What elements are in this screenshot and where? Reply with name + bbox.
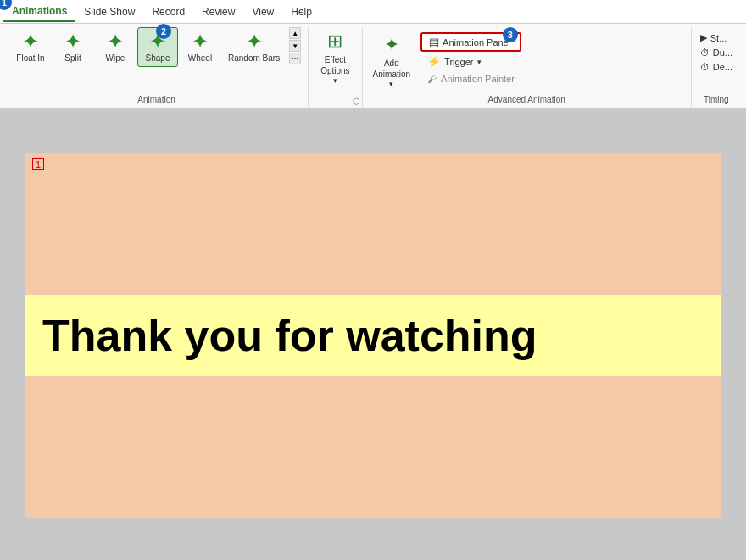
- delay-icon: ⏱: [700, 62, 710, 72]
- wipe-button[interactable]: ✦ Wipe: [95, 27, 136, 67]
- timing-buttons: ▶ St... ⏱ Du... ⏱ De...: [695, 27, 738, 89]
- float-in-button[interactable]: ✦ Float In: [10, 27, 51, 67]
- slide-main-text: Thank you for watching: [42, 310, 704, 361]
- slide-area: 1 Thank you for watching: [0, 109, 746, 560]
- shape-btn-wrapper: 2 ✦ Shape: [137, 27, 178, 67]
- scroll-more-button[interactable]: ⋯: [289, 53, 301, 64]
- tab-help[interactable]: Help: [282, 3, 320, 21]
- wheel-button[interactable]: ✦ Wheel: [180, 27, 220, 67]
- trigger-icon: ⚡: [427, 55, 441, 68]
- ribbon-content: ✦ Float In ✦ Split ✦ Wipe 2 ✦ Shape: [0, 24, 746, 108]
- animation-group: ✦ Float In ✦ Split ✦ Wipe 2 ✦ Shape: [5, 27, 309, 108]
- effect-options-chevron: ▾: [333, 76, 337, 85]
- animation-sublabel: [334, 95, 337, 104]
- tab-slide-show[interactable]: Slide Show: [75, 3, 143, 21]
- float-in-icon: ✦: [22, 31, 39, 52]
- add-animation-chevron: ▾: [389, 80, 393, 88]
- advanced-animation-label: Advanced Animation: [488, 95, 565, 104]
- wipe-icon: ✦: [107, 31, 124, 52]
- trigger-button[interactable]: ⚡ Trigger ▾: [420, 53, 521, 69]
- badge-2: 2: [156, 24, 171, 39]
- split-button[interactable]: ✦ Split: [53, 27, 93, 67]
- timing-group: ▶ St... ⏱ Du... ⏱ De... Timing: [691, 27, 741, 108]
- random-bars-icon: ✦: [246, 31, 263, 52]
- effect-options-button[interactable]: ⊞ EffectOptions ▾: [314, 27, 356, 100]
- slide: 1 Thank you for watching: [25, 153, 721, 518]
- timing-label: Timing: [704, 95, 729, 104]
- ribbon: 1 Animations Slide Show Record Review Vi…: [0, 0, 746, 109]
- delay-button[interactable]: ⏱ De...: [695, 60, 738, 74]
- effect-options-group: ⊞ EffectOptions ▾ ⬡: [309, 27, 362, 108]
- add-animation-icon: ✦: [384, 34, 399, 56]
- start-button[interactable]: ▶ St...: [695, 30, 738, 45]
- duration-icon: ⏱: [700, 47, 710, 58]
- slide-text-box: Thank you for watching: [25, 295, 721, 376]
- wheel-icon: ✦: [192, 31, 209, 52]
- ribbon-tabs: 1 Animations Slide Show Record Review Vi…: [0, 0, 746, 24]
- slide-number: 1: [32, 158, 44, 170]
- add-animation-button[interactable]: ✦ AddAnimation ▾: [366, 30, 417, 91]
- animation-group-label: Animation: [137, 95, 175, 104]
- animation-painter-icon: 🖌: [427, 73, 437, 85]
- effect-options-icon: ⊞: [327, 30, 342, 53]
- tab-animations[interactable]: 1 Animations: [3, 2, 75, 22]
- trigger-chevron: ▾: [477, 58, 482, 66]
- expand-animation-button[interactable]: ⬡: [353, 97, 360, 106]
- adv-right-panel: 3 ▤ Animation Pane ⚡ Trigger ▾ 🖌 Animati…: [420, 30, 521, 86]
- scroll-col: ▲ ▼ ⋯: [287, 27, 303, 80]
- badge-1: 1: [0, 0, 12, 10]
- duration-button[interactable]: ⏱ Du...: [695, 46, 738, 59]
- animation-buttons: ✦ Float In ✦ Split ✦ Wipe 2 ✦ Shape: [10, 27, 303, 95]
- animation-painter-button[interactable]: 🖌 Animation Painter: [420, 71, 521, 86]
- split-icon: ✦: [64, 31, 81, 52]
- advanced-animation-group: ✦ AddAnimation ▾ 3 ▤ Animation Pane ⚡ Tr…: [363, 27, 691, 108]
- tab-record[interactable]: Record: [143, 3, 193, 21]
- random-bars-button[interactable]: ✦ Random Bars: [222, 27, 286, 67]
- tab-review[interactable]: Review: [193, 3, 243, 21]
- scroll-up-button[interactable]: ▲: [289, 27, 301, 39]
- badge-3: 3: [503, 27, 518, 42]
- animation-pane-icon: ▤: [429, 36, 439, 48]
- tab-view[interactable]: View: [243, 3, 282, 21]
- start-icon: ▶: [700, 32, 707, 43]
- scroll-down-button[interactable]: ▼: [289, 40, 301, 52]
